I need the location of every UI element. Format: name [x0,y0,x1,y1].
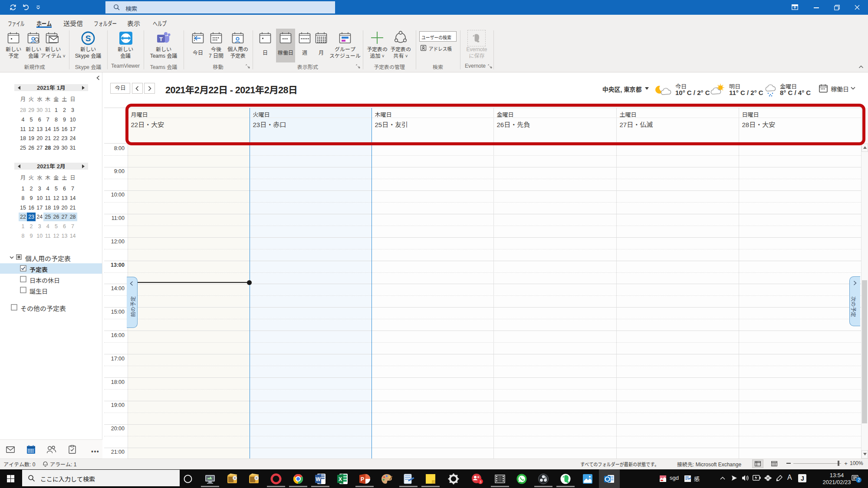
svg-text:X: X [339,476,342,482]
svg-text:T: T [159,36,163,43]
svg-text:3: 3 [479,480,481,484]
svg-text:P: P [361,476,364,482]
svg-text:S: S [85,34,91,43]
svg-text:W: W [316,476,321,482]
